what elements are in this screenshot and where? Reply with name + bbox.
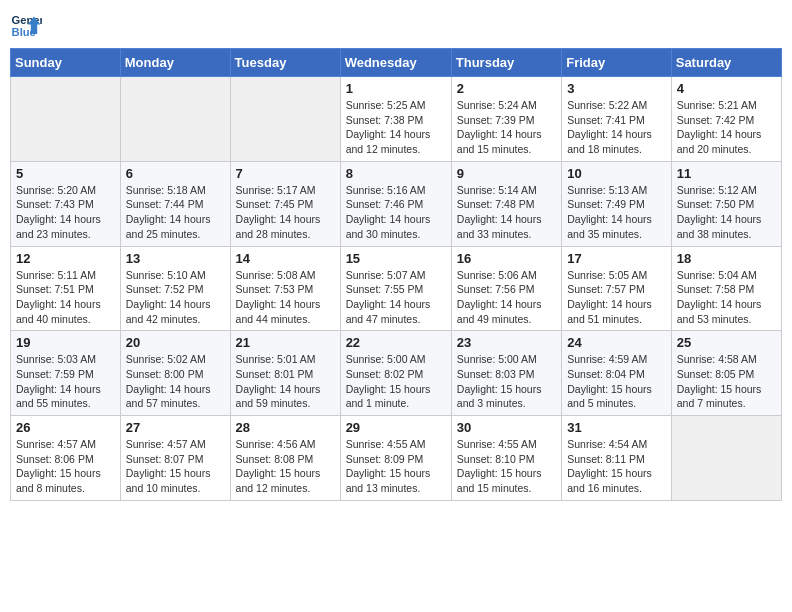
calendar-cell: 5Sunrise: 5:20 AM Sunset: 7:43 PM Daylig… [11,161,121,246]
day-info: Sunrise: 5:20 AM Sunset: 7:43 PM Dayligh… [16,183,115,242]
calendar-week-row: 19Sunrise: 5:03 AM Sunset: 7:59 PM Dayli… [11,331,782,416]
logo: General Blue [10,10,42,42]
day-number: 24 [567,335,666,350]
calendar-cell: 28Sunrise: 4:56 AM Sunset: 8:08 PM Dayli… [230,416,340,501]
day-number: 26 [16,420,115,435]
day-number: 17 [567,251,666,266]
calendar-cell: 7Sunrise: 5:17 AM Sunset: 7:45 PM Daylig… [230,161,340,246]
day-info: Sunrise: 4:55 AM Sunset: 8:10 PM Dayligh… [457,437,556,496]
day-info: Sunrise: 4:59 AM Sunset: 8:04 PM Dayligh… [567,352,666,411]
day-info: Sunrise: 5:13 AM Sunset: 7:49 PM Dayligh… [567,183,666,242]
calendar-cell: 22Sunrise: 5:00 AM Sunset: 8:02 PM Dayli… [340,331,451,416]
calendar-cell: 25Sunrise: 4:58 AM Sunset: 8:05 PM Dayli… [671,331,781,416]
calendar-cell: 21Sunrise: 5:01 AM Sunset: 8:01 PM Dayli… [230,331,340,416]
day-number: 6 [126,166,225,181]
calendar-cell: 24Sunrise: 4:59 AM Sunset: 8:04 PM Dayli… [562,331,672,416]
day-info: Sunrise: 5:12 AM Sunset: 7:50 PM Dayligh… [677,183,776,242]
calendar-cell [230,77,340,162]
calendar-cell: 26Sunrise: 4:57 AM Sunset: 8:06 PM Dayli… [11,416,121,501]
calendar-cell: 31Sunrise: 4:54 AM Sunset: 8:11 PM Dayli… [562,416,672,501]
calendar-cell: 15Sunrise: 5:07 AM Sunset: 7:55 PM Dayli… [340,246,451,331]
day-info: Sunrise: 5:04 AM Sunset: 7:58 PM Dayligh… [677,268,776,327]
logo-icon: General Blue [10,10,42,42]
weekday-header: Wednesday [340,49,451,77]
calendar-cell: 9Sunrise: 5:14 AM Sunset: 7:48 PM Daylig… [451,161,561,246]
day-number: 4 [677,81,776,96]
day-info: Sunrise: 5:00 AM Sunset: 8:03 PM Dayligh… [457,352,556,411]
calendar-cell: 13Sunrise: 5:10 AM Sunset: 7:52 PM Dayli… [120,246,230,331]
day-number: 23 [457,335,556,350]
day-number: 8 [346,166,446,181]
day-info: Sunrise: 5:03 AM Sunset: 7:59 PM Dayligh… [16,352,115,411]
day-info: Sunrise: 4:57 AM Sunset: 8:07 PM Dayligh… [126,437,225,496]
day-info: Sunrise: 5:05 AM Sunset: 7:57 PM Dayligh… [567,268,666,327]
day-info: Sunrise: 5:01 AM Sunset: 8:01 PM Dayligh… [236,352,335,411]
day-number: 3 [567,81,666,96]
calendar-cell: 16Sunrise: 5:06 AM Sunset: 7:56 PM Dayli… [451,246,561,331]
day-number: 29 [346,420,446,435]
day-info: Sunrise: 5:08 AM Sunset: 7:53 PM Dayligh… [236,268,335,327]
calendar-table: SundayMondayTuesdayWednesdayThursdayFrid… [10,48,782,501]
day-info: Sunrise: 5:24 AM Sunset: 7:39 PM Dayligh… [457,98,556,157]
day-info: Sunrise: 5:22 AM Sunset: 7:41 PM Dayligh… [567,98,666,157]
day-number: 5 [16,166,115,181]
calendar-cell: 20Sunrise: 5:02 AM Sunset: 8:00 PM Dayli… [120,331,230,416]
day-info: Sunrise: 5:16 AM Sunset: 7:46 PM Dayligh… [346,183,446,242]
calendar-cell: 30Sunrise: 4:55 AM Sunset: 8:10 PM Dayli… [451,416,561,501]
weekday-header: Tuesday [230,49,340,77]
day-number: 1 [346,81,446,96]
weekday-header-row: SundayMondayTuesdayWednesdayThursdayFrid… [11,49,782,77]
day-number: 28 [236,420,335,435]
calendar-cell: 17Sunrise: 5:05 AM Sunset: 7:57 PM Dayli… [562,246,672,331]
weekday-header: Sunday [11,49,121,77]
calendar-cell: 8Sunrise: 5:16 AM Sunset: 7:46 PM Daylig… [340,161,451,246]
day-number: 19 [16,335,115,350]
day-number: 16 [457,251,556,266]
day-info: Sunrise: 5:25 AM Sunset: 7:38 PM Dayligh… [346,98,446,157]
calendar-cell: 10Sunrise: 5:13 AM Sunset: 7:49 PM Dayli… [562,161,672,246]
day-number: 18 [677,251,776,266]
calendar-cell: 6Sunrise: 5:18 AM Sunset: 7:44 PM Daylig… [120,161,230,246]
day-info: Sunrise: 5:06 AM Sunset: 7:56 PM Dayligh… [457,268,556,327]
day-info: Sunrise: 5:07 AM Sunset: 7:55 PM Dayligh… [346,268,446,327]
calendar-cell: 2Sunrise: 5:24 AM Sunset: 7:39 PM Daylig… [451,77,561,162]
calendar-cell: 29Sunrise: 4:55 AM Sunset: 8:09 PM Dayli… [340,416,451,501]
calendar-cell: 27Sunrise: 4:57 AM Sunset: 8:07 PM Dayli… [120,416,230,501]
day-number: 10 [567,166,666,181]
day-info: Sunrise: 4:55 AM Sunset: 8:09 PM Dayligh… [346,437,446,496]
day-info: Sunrise: 5:10 AM Sunset: 7:52 PM Dayligh… [126,268,225,327]
day-number: 2 [457,81,556,96]
calendar-cell [671,416,781,501]
day-info: Sunrise: 5:02 AM Sunset: 8:00 PM Dayligh… [126,352,225,411]
day-number: 20 [126,335,225,350]
day-number: 31 [567,420,666,435]
weekday-header: Saturday [671,49,781,77]
calendar-cell: 18Sunrise: 5:04 AM Sunset: 7:58 PM Dayli… [671,246,781,331]
day-number: 9 [457,166,556,181]
day-number: 14 [236,251,335,266]
day-info: Sunrise: 5:00 AM Sunset: 8:02 PM Dayligh… [346,352,446,411]
day-number: 12 [16,251,115,266]
day-number: 25 [677,335,776,350]
day-number: 7 [236,166,335,181]
calendar-cell: 14Sunrise: 5:08 AM Sunset: 7:53 PM Dayli… [230,246,340,331]
calendar-cell: 4Sunrise: 5:21 AM Sunset: 7:42 PM Daylig… [671,77,781,162]
weekday-header: Thursday [451,49,561,77]
day-number: 27 [126,420,225,435]
calendar-cell: 11Sunrise: 5:12 AM Sunset: 7:50 PM Dayli… [671,161,781,246]
calendar-week-row: 5Sunrise: 5:20 AM Sunset: 7:43 PM Daylig… [11,161,782,246]
day-number: 15 [346,251,446,266]
day-number: 21 [236,335,335,350]
calendar-week-row: 12Sunrise: 5:11 AM Sunset: 7:51 PM Dayli… [11,246,782,331]
day-info: Sunrise: 4:56 AM Sunset: 8:08 PM Dayligh… [236,437,335,496]
day-number: 11 [677,166,776,181]
day-info: Sunrise: 5:21 AM Sunset: 7:42 PM Dayligh… [677,98,776,157]
calendar-cell: 3Sunrise: 5:22 AM Sunset: 7:41 PM Daylig… [562,77,672,162]
weekday-header: Monday [120,49,230,77]
day-info: Sunrise: 5:17 AM Sunset: 7:45 PM Dayligh… [236,183,335,242]
day-info: Sunrise: 5:18 AM Sunset: 7:44 PM Dayligh… [126,183,225,242]
calendar-cell [120,77,230,162]
day-info: Sunrise: 4:58 AM Sunset: 8:05 PM Dayligh… [677,352,776,411]
header: General Blue [10,10,782,42]
calendar-cell: 19Sunrise: 5:03 AM Sunset: 7:59 PM Dayli… [11,331,121,416]
